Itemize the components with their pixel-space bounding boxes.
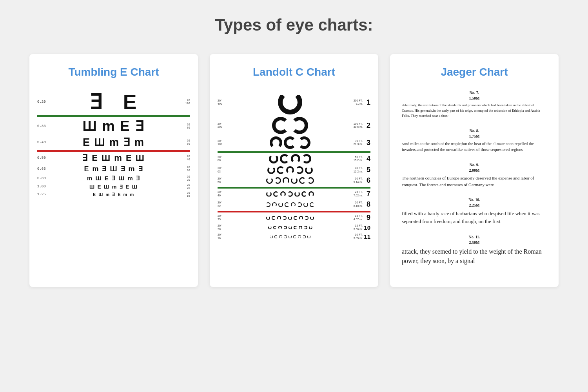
c-symbol [297, 202, 302, 207]
c-acuity-right-7: 25 FT.7.62 m. [352, 191, 363, 197]
c-number-4: 4 [363, 155, 370, 163]
c-symbol [303, 202, 308, 207]
c-symbol [294, 226, 297, 229]
c-symbol [299, 216, 303, 220]
e-letters-2: Ш m E Ǝ [49, 118, 178, 134]
c-symbol [269, 154, 278, 163]
c-symbol [280, 191, 286, 197]
c-symbol [266, 216, 270, 220]
c-symbol [283, 216, 287, 220]
red-bar-1 [37, 150, 190, 152]
c-symbol [298, 136, 310, 149]
c-symbol [284, 136, 296, 149]
landolt-c-card: Landolt C Chart 20/400 200 FT.61 m. 1 20… [210, 54, 378, 287]
e-acuity-left-4: 0.50 [37, 156, 49, 160]
c-symbols-3 [229, 136, 352, 149]
c-symbol [298, 235, 301, 238]
e-row-5: 0.66 E m Ǝ Ш Ǝ m Ǝ 2030 [37, 165, 190, 173]
c-symbols-4 [229, 154, 352, 163]
jaeger-entry-9: No. 9.2.00M The northern countries of Eu… [402, 162, 547, 188]
c-symbol [278, 226, 282, 229]
c-symbol [279, 235, 282, 238]
c-acuity-right-9: 15 FT.4.57 m. [352, 214, 363, 221]
c-symbols-5 [229, 166, 352, 174]
c-acuity-left-11: 20/16 [218, 233, 229, 240]
c-row-6: 20/50 30 FT.9.14 m. 6 [218, 176, 370, 185]
e-acuity-right-4: 2040 [178, 155, 190, 161]
jaeger-text-11: attack, they seemed to yield to the weig… [402, 247, 547, 266]
e-letters-7: Ш E Ш m Ǝ E Ш [49, 184, 178, 190]
e-row-7: 1.00 Ш E Ш m Ǝ E Ш 2020 [37, 183, 190, 190]
e-letters-5: E m Ǝ Ш Ǝ m Ǝ [49, 165, 178, 173]
c-symbol [309, 191, 314, 197]
c-symbol [277, 216, 281, 220]
c-row-7: 20/40 25 FT.7.62 m. 7 [218, 190, 370, 198]
jaeger-text-8: sand miles to the south of the tropic;bu… [402, 141, 547, 153]
c-acuity-right-5: 40 FT.12.2 m. [352, 167, 363, 173]
c-number-5: 5 [363, 166, 370, 174]
c-symbols-8 [229, 202, 352, 207]
c-symbol [305, 166, 313, 174]
c-row-5: 20/63 40 FT.12.2 m. 5 [218, 166, 370, 174]
c-number-3: 3 [363, 139, 370, 147]
c-symbol [289, 235, 292, 238]
jaeger-text-10: filled with a hardy race of barbarians w… [402, 210, 547, 225]
c-symbol [274, 177, 281, 184]
green-bar-1 [37, 115, 190, 117]
c-row-9: 20/25 15 FT.4.57 m. 9 [218, 214, 370, 222]
e-letters-8: E Ш m Ǝ E m m [49, 192, 178, 197]
c-symbol [309, 226, 312, 229]
green-bar-c1 [218, 151, 370, 153]
c-symbol [266, 202, 270, 207]
e-acuity-left-5: 0.66 [37, 167, 49, 171]
e-row-3: 0.40 E Ш m Ǝ m 2050 [37, 136, 190, 149]
e-acuity-left-8: 1.25 [37, 192, 49, 196]
jaeger-entry-11: No. 11.2.50M attack, they seemed to yiel… [402, 234, 547, 266]
c-number-11: 11 [363, 233, 370, 240]
c-symbol [299, 177, 306, 184]
jaeger-header-7: No. 7.1.50M [402, 90, 547, 101]
c-acuity-left-8: 20/32 [218, 201, 229, 208]
e-acuity-right-6: 2025 [178, 175, 190, 181]
c-number-6: 6 [363, 176, 370, 185]
c-symbol [270, 235, 273, 238]
c-number-2: 2 [363, 122, 370, 130]
c-symbol [291, 117, 308, 134]
c-symbols-6 [229, 177, 352, 184]
c-symbol [280, 154, 289, 163]
e-acuity-right-7: 2020 [178, 183, 190, 190]
page-title: Types of eye charts: [215, 16, 373, 34]
c-symbols-10 [229, 226, 352, 229]
c-symbol [288, 216, 292, 220]
jaeger-card: Jaeger Chart No. 7.1.50M able treaty, th… [390, 54, 559, 287]
c-number-7: 7 [363, 190, 370, 198]
c-symbol [299, 226, 302, 229]
c-symbol [273, 226, 277, 229]
c-acuity-right-11: 10 FT.3.05 m. [352, 233, 363, 240]
e-letters-3: E Ш m Ǝ m [49, 136, 178, 149]
c-symbol [291, 177, 298, 184]
e-acuity-left-6: 0.80 [37, 176, 49, 180]
c-row-1: 20/400 200 FT.61 m. 1 [218, 90, 370, 114]
e-acuity-right-5: 2030 [178, 166, 190, 172]
c-acuity-right-10: 12 FT.3.66 m. [352, 224, 363, 231]
c-symbol [284, 235, 287, 238]
jaeger-header-8: No. 8.1.75M [402, 128, 547, 139]
e-acuity-right-8: 2016 [178, 191, 190, 198]
e-acuity-right-2: 2080 [178, 123, 190, 129]
c-number-10: 10 [363, 224, 370, 231]
c-symbol [266, 177, 273, 184]
landolt-c-title: Landolt C Chart [218, 66, 370, 78]
c-acuity-left-3: 20/100 [218, 140, 229, 146]
c-symbol [310, 202, 314, 207]
c-acuity-right-2: 100 FT.30.5 m. [352, 122, 363, 129]
e-acuity-right-3: 2050 [178, 139, 190, 145]
c-acuity-left-9: 20/25 [218, 214, 229, 221]
e-acuity-left-7: 1.00 [37, 185, 49, 189]
tumbling-e-chart: 0.20 Ǝ E 20100 0.33 Ш m E Ǝ 2080 0.40 E … [37, 90, 190, 198]
e-row-2: 0.33 Ш m E Ǝ 2080 [37, 118, 190, 134]
c-symbol [274, 235, 278, 238]
c-acuity-right-4: 50 FT.15.2 m. [352, 156, 363, 162]
c-symbol [268, 226, 272, 229]
c-symbol [296, 166, 303, 174]
